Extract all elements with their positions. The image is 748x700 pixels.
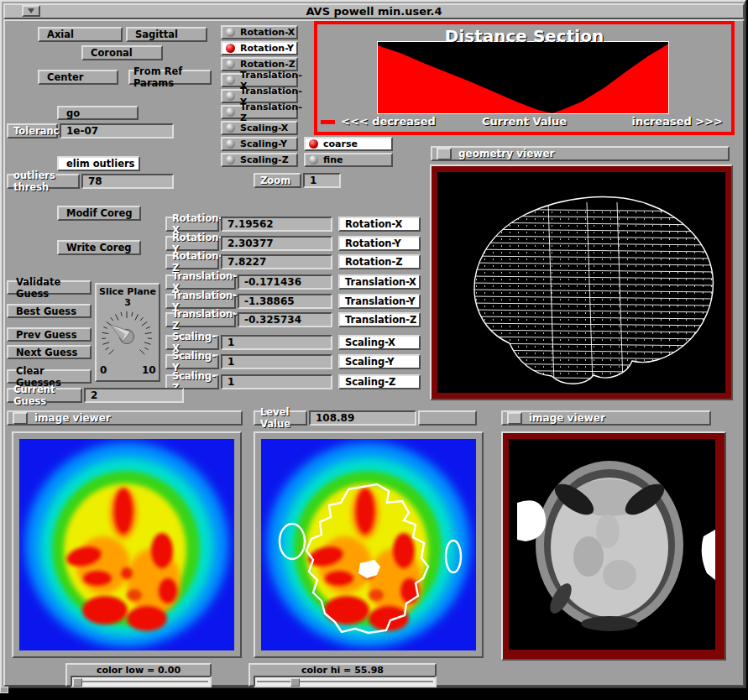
distance-legend-increased: increased >>> [632, 115, 723, 128]
geometry-viewport[interactable] [437, 172, 725, 393]
pet-image[interactable] [19, 439, 234, 650]
radio-label: coarse [323, 138, 358, 149]
coronal-label: Coronal [91, 47, 133, 59]
current-guess-label: Current Guess [7, 388, 82, 403]
param-rotation-z-button[interactable]: Rotation-Z [338, 254, 421, 269]
dial-knob[interactable]: 0 10 [97, 308, 158, 377]
svg-text:0: 0 [100, 364, 107, 376]
param-rotation-x-button[interactable]: Rotation-X [338, 217, 421, 232]
radio-label: Scaling-Z [240, 154, 289, 165]
param-scaling-x-field[interactable]: 1 [221, 335, 332, 350]
param-rotation-y-field[interactable]: 2.30377 [221, 236, 332, 251]
center-label: Center [47, 71, 83, 83]
param-scaling-y-field[interactable]: 1 [221, 354, 332, 369]
title-bar[interactable]: AVS powell min.user.4 [3, 3, 745, 19]
radio-indicator-icon [226, 139, 235, 149]
radio-indicator-icon [226, 91, 235, 101]
param-scaling-y-button[interactable]: Scaling-Y [338, 354, 421, 369]
outliers-thresh-field[interactable]: 78 [81, 174, 174, 189]
radio-scaling-z[interactable]: Scaling-Z [221, 153, 298, 167]
radio-indicator-icon [309, 155, 318, 165]
viewer-menu-icon[interactable] [13, 412, 28, 425]
best-guess-button[interactable]: Best Guess [7, 304, 92, 318]
sagittal-button[interactable]: Sagittal [126, 27, 207, 42]
level-value-field[interactable]: 108.89 [309, 410, 416, 426]
triangle-down-icon [28, 8, 34, 13]
param-translation-z-field[interactable]: -0.325734 [238, 312, 332, 327]
modif-coreg-button[interactable]: Modif Coreg [57, 206, 141, 221]
radio-scaling-x[interactable]: Scaling-X [221, 121, 298, 135]
tolerance-field[interactable]: 1e-07 [60, 123, 174, 138]
geometry-viewer-frame [430, 165, 733, 400]
axial-button[interactable]: Axial [38, 27, 123, 42]
center-button[interactable]: Center [38, 70, 118, 85]
tolerance-label: Tolerance [7, 123, 58, 138]
radio-scaling-y[interactable]: Scaling-Y [221, 137, 298, 151]
param-rotation-x-label: Rotation-X [165, 217, 219, 232]
from-ref-params-button[interactable]: From Ref Params [128, 70, 212, 85]
param-rotation-z-field[interactable]: 7.8227 [221, 254, 332, 269]
radio-indicator-icon [226, 123, 235, 133]
viewer-menu-icon[interactable] [437, 148, 452, 160]
current-guess-field[interactable]: 2 [84, 388, 184, 403]
radio-label: Scaling-X [240, 123, 288, 133]
image-viewer-left-titlebar[interactable]: image viewer [7, 410, 243, 426]
window-resize-corner[interactable] [0, 687, 8, 693]
write-coreg-button[interactable]: Write Coreg [57, 240, 141, 255]
param-translation-y-field[interactable]: -1.38865 [238, 294, 332, 309]
radio-rotation-x[interactable]: Rotation-X [221, 25, 298, 39]
param-scaling-z-field[interactable]: 1 [221, 374, 332, 389]
distance-plot-canvas [378, 42, 668, 113]
image-viewer-right-titlebar[interactable]: image viewer [501, 410, 711, 426]
pet-contour-image[interactable] [261, 439, 476, 650]
param-scaling-y-label: Scaling-Y [165, 354, 219, 369]
avs-window: AVS powell min.user.4 Axial Sagittal Cor… [0, 0, 748, 700]
param-scaling-x-button[interactable]: Scaling-X [338, 335, 421, 350]
color-low-slider[interactable]: color low = 0.00 [65, 663, 212, 687]
param-translation-x-field[interactable]: -0.171436 [238, 274, 332, 290]
color-low-handle[interactable] [73, 678, 82, 687]
color-low-track[interactable] [71, 676, 212, 687]
param-translation-y-button[interactable]: Translation-Y [338, 294, 421, 309]
radio-fine[interactable]: fine [304, 153, 393, 167]
param-rotation-y-button[interactable]: Rotation-Y [338, 236, 421, 251]
image-viewer-right-title: image viewer [529, 412, 605, 424]
radio-translation-z[interactable]: Translation-Z [221, 105, 298, 119]
color-hi-label: color hi = 55.98 [250, 665, 435, 676]
color-hi-slider[interactable]: color hi = 55.98 [248, 663, 437, 687]
radio-label: Translation-Z [240, 102, 302, 123]
radio-label: Rotation-X [240, 27, 295, 38]
param-rotation-x-field[interactable]: 7.19562 [221, 217, 332, 232]
param-translation-x-button[interactable]: Translation-X [338, 274, 421, 290]
clear-guesses-button[interactable]: Clear Guesses [7, 369, 92, 384]
level-value-spacer [418, 410, 477, 426]
dial-value: 3 [97, 297, 159, 308]
param-translation-z-button[interactable]: Translation-Z [338, 312, 421, 327]
viewer-menu-icon[interactable] [507, 412, 522, 425]
geometry-viewer-titlebar[interactable]: geometry viewer [431, 146, 730, 161]
param-scaling-z-button[interactable]: Scaling-Z [338, 374, 421, 389]
radio-label: Rotation-Y [240, 43, 294, 54]
color-hi-track[interactable] [254, 676, 437, 687]
distance-title: Distance Section [317, 26, 731, 46]
color-hi-handle[interactable] [290, 678, 300, 687]
svg-text:10: 10 [142, 364, 156, 376]
param-translation-y-label: Translation-Y [165, 294, 236, 309]
next-guess-button[interactable]: Next Guess [7, 345, 92, 359]
go-button[interactable]: go [57, 106, 139, 120]
write-coreg-label: Write Coreg [66, 242, 131, 253]
window-menu-button[interactable] [22, 5, 40, 17]
validate-guess-button[interactable]: Validate Guess [7, 280, 92, 295]
prev-guess-button[interactable]: Prev Guess [7, 327, 92, 342]
coronal-button[interactable]: Coronal [81, 45, 163, 60]
zoom-field[interactable]: 1 [303, 173, 341, 188]
param-scaling-x-label: Scaling-X [165, 335, 219, 350]
mri-image[interactable] [509, 439, 715, 650]
radio-label: Rotation-Z [240, 59, 296, 70]
radio-indicator-icon [226, 76, 235, 85]
outliers-thresh-label: outliers thresh [7, 174, 80, 189]
radio-coarse[interactable]: coarse [304, 137, 393, 151]
radio-rotation-y[interactable]: Rotation-Y [221, 41, 298, 55]
level-value-label: Level Value [254, 410, 307, 426]
axial-label: Axial [47, 29, 74, 40]
